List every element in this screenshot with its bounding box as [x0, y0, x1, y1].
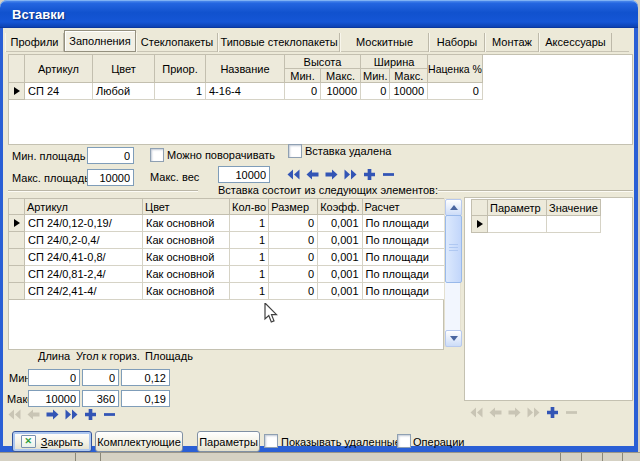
max-angle-input[interactable] [82, 390, 119, 407]
chevron-down-icon [450, 336, 458, 341]
col-size[interactable]: Размер [269, 199, 318, 215]
last-record-button[interactable] [344, 168, 357, 180]
tab-moskitnye-setki[interactable]: Москитные сетки [340, 33, 429, 52]
tab-nabory[interactable]: Наборы [429, 33, 485, 52]
insert-deleted-checkbox[interactable] [288, 144, 302, 158]
cell-size: 0 [269, 283, 318, 300]
col-param[interactable]: Параметр [488, 200, 547, 216]
components-button[interactable]: Комплектующие [95, 431, 183, 452]
operations-checkbox[interactable] [397, 434, 411, 448]
next-record-button[interactable] [508, 406, 521, 418]
first-record-button[interactable] [8, 408, 21, 420]
elements-row[interactable]: СП 24/0,41-0,8/ Как основной 1 0 0,001 П… [9, 249, 451, 266]
cell-qty: 1 [230, 232, 269, 249]
window-titlebar[interactable]: Вставки [0, 0, 638, 28]
inserts-row[interactable]: СП 24 Любой 1 4-16-4 0 10000 0 10000 0 [9, 83, 483, 100]
max-weight-input[interactable] [218, 166, 270, 183]
elements-caption: Вставка состоит из следующих элементов: [198, 184, 438, 197]
col-width-min[interactable]: Мин. [361, 69, 390, 83]
angle-column-label: Угол к гориз. [76, 350, 140, 362]
params-row[interactable] [472, 216, 601, 233]
delete-record-button[interactable] [103, 408, 116, 420]
cell-size: 0 [269, 266, 318, 283]
show-deleted-label[interactable]: Показывать удаленные [281, 436, 401, 448]
first-record-button[interactable] [470, 406, 483, 418]
elements-row[interactable]: СП 24/0,12-0,19/ Как основной 1 0 0,001 … [9, 215, 451, 232]
tab-aksessuary[interactable]: Аксессуары [539, 33, 612, 52]
insert-deleted-label[interactable]: Вставка удалена [305, 145, 391, 157]
can-rotate-label[interactable]: Можно поворачивать [167, 149, 275, 161]
elements-table: Артикул Цвет Кол-во Размер Коэфф. Расчет… [8, 198, 451, 300]
prior-record-button[interactable] [489, 406, 502, 418]
show-deleted-checkbox[interactable] [264, 434, 278, 448]
elements-row[interactable]: СП 24/0,81-2,4/ Как основной 1 0 0,001 П… [9, 266, 451, 283]
col-width-max[interactable]: Макс. [390, 69, 428, 83]
close-button[interactable]: ✕ Закрыть [12, 431, 92, 452]
min-area-input[interactable] [87, 147, 134, 164]
current-row-selector [9, 215, 25, 232]
last-record-button[interactable] [527, 406, 540, 418]
tab-zapolneniya[interactable]: Заполнения [64, 30, 136, 52]
minus-icon [383, 169, 394, 180]
scrollbar-thumb[interactable] [445, 215, 462, 283]
elements-scrollbar[interactable] [444, 198, 461, 347]
col-height-min[interactable]: Мин. [285, 69, 321, 83]
next-record-button[interactable] [46, 408, 59, 420]
max-length-input[interactable] [28, 390, 80, 407]
can-rotate-checkbox[interactable] [150, 148, 164, 162]
col-calc[interactable]: Расчет [362, 199, 450, 215]
prior-record-icon [306, 169, 319, 180]
tab-steklopakety[interactable]: Стеклопакеты [136, 33, 218, 52]
length-column-label: Длина [38, 350, 70, 362]
last-record-icon [65, 409, 78, 420]
col-color[interactable]: Цвет [143, 199, 230, 215]
current-row-selector [9, 83, 25, 100]
col-color[interactable]: Цвет [93, 55, 155, 83]
col-coeff[interactable]: Коэфф. [318, 199, 362, 215]
scroll-up-button[interactable] [445, 199, 462, 216]
insert-record-button[interactable] [363, 168, 376, 180]
col-markup[interactable]: Наценка % [428, 55, 483, 83]
delete-record-button[interactable] [382, 168, 395, 180]
background-grid-line [75, 453, 76, 461]
col-articul[interactable]: Артикул [25, 55, 93, 83]
last-record-button[interactable] [65, 408, 78, 420]
cell-qty: 1 [230, 266, 269, 283]
min-length-input[interactable] [28, 369, 80, 386]
cell-size: 0 [269, 215, 318, 232]
next-record-icon [508, 407, 521, 418]
min-angle-input[interactable] [82, 369, 119, 386]
max-area-input[interactable] [87, 169, 134, 186]
tab-tipovye-steklopakety[interactable]: Типовые стеклопакеты [218, 33, 340, 52]
col-height-max[interactable]: Макс. [321, 69, 361, 83]
prior-record-button[interactable] [27, 408, 40, 420]
insert-record-button[interactable] [546, 406, 559, 418]
tab-profili[interactable]: Профили [5, 33, 64, 52]
next-record-button[interactable] [325, 168, 338, 180]
delete-record-button[interactable] [565, 406, 578, 418]
row-selector [9, 249, 25, 266]
elements-row[interactable]: СП 24/2,41-4/ Как основной 1 0 0,001 По … [9, 283, 451, 300]
max-area-limit-input[interactable] [121, 390, 170, 407]
cell-width-max: 10000 [390, 83, 428, 100]
col-name[interactable]: Название [206, 55, 285, 83]
first-record-button[interactable] [287, 168, 300, 180]
min-area-limit-input[interactable] [121, 369, 170, 386]
col-priority[interactable]: Приор. [155, 55, 206, 83]
scroll-down-button[interactable] [445, 330, 462, 347]
prior-record-button[interactable] [306, 168, 319, 180]
operations-label[interactable]: Операции [413, 436, 464, 448]
elements-row[interactable]: СП 24/0,2-0,4/ Как основной 1 0 0,001 По… [9, 232, 451, 249]
chevron-up-icon [450, 205, 458, 210]
cell-coeff: 0,001 [318, 249, 362, 266]
col-value[interactable]: Значение [547, 200, 601, 216]
tab-montazh[interactable]: Монтаж [485, 33, 539, 52]
cell-value [547, 216, 601, 233]
insert-record-button[interactable] [84, 408, 97, 420]
cell-markup: 0 [428, 83, 483, 100]
background-grid-line [581, 453, 582, 461]
col-articul[interactable]: Артикул [25, 199, 143, 215]
min-area-label: Мин. площадь [12, 150, 85, 162]
col-qty[interactable]: Кол-во [230, 199, 269, 215]
parameters-button[interactable]: Параметры [197, 431, 260, 452]
